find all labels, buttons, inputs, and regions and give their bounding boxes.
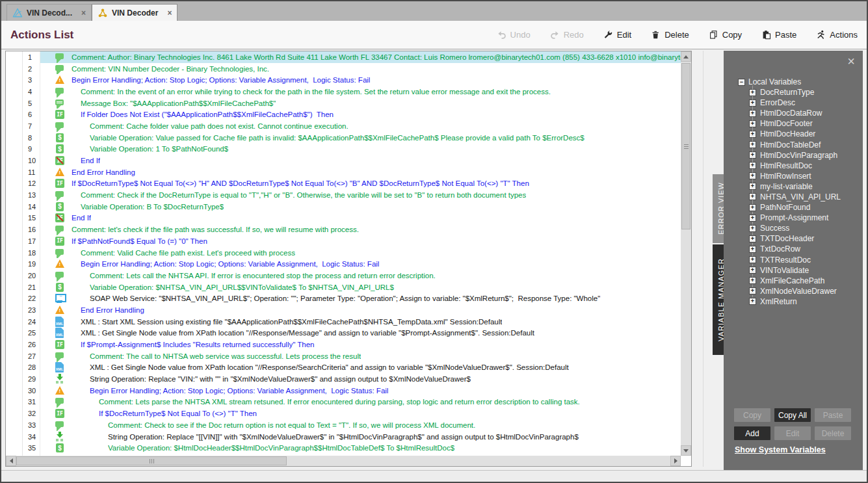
action-row[interactable]: 12If $DocReturnType$ Not Equal To(<>) "H…	[6, 178, 681, 190]
tab-close-icon[interactable]: ×	[81, 10, 86, 16]
action-row-body[interactable]: End Error Handling	[40, 166, 681, 178]
action-row[interactable]: 33Comment: Check to see if the Doc retur…	[6, 419, 681, 431]
action-row-body[interactable]: If $DocReturnType$ Not Equal To(<>) "H" …	[40, 178, 681, 190]
expand-icon[interactable]: +	[749, 99, 756, 107]
action-row-body[interactable]: If $PathNotFound$ Equal To (=) "0" Then	[40, 235, 681, 247]
action-row-body[interactable]: Variable Operation: $HtmlDocHeader$$Html…	[40, 442, 681, 454]
action-row[interactable]: 2Comment: VIN Number Decoder - Binary Te…	[6, 63, 681, 75]
variable-item-htmldocdatarow[interactable]: +HtmlDocDataRow	[724, 108, 860, 118]
expand-icon[interactable]: +	[749, 287, 756, 294]
variable-item-vintovalidate[interactable]: +VINToValidate	[724, 265, 860, 276]
copy-button[interactable]: Copy	[709, 30, 742, 40]
action-row-body[interactable]: Variable Operation: B To $DocReturnType$	[40, 201, 681, 213]
tab-close-icon[interactable]: ×	[167, 10, 172, 16]
expand-icon[interactable]: +	[749, 267, 756, 274]
action-row-body[interactable]: Begin Error Handling; Action: Stop Logic…	[40, 258, 681, 270]
action-row[interactable]: 17If $PathNotFound$ Equal To (=) "0" The…	[6, 235, 681, 247]
variable-item-htmlresultdoc[interactable]: +HtmlResultDoc	[724, 161, 860, 171]
scroll-up-button[interactable]	[681, 51, 691, 62]
expand-icon[interactable]: +	[749, 298, 756, 305]
action-row[interactable]: 7Comment: Cache folder value path does n…	[6, 120, 681, 132]
action-row[interactable]: 3Begin Error Handling; Action: Stop Logi…	[6, 74, 681, 86]
expand-icon[interactable]: +	[749, 193, 756, 200]
variable-item-htmldocvinparagraph[interactable]: +HtmlDocVinParagraph	[724, 150, 860, 161]
action-row[interactable]: 8Variable Operation: Value passed for Ca…	[6, 132, 681, 144]
action-row-body[interactable]: Comment: The call to NHTSA web service w…	[40, 350, 681, 362]
expand-icon[interactable]: +	[749, 277, 756, 284]
action-row[interactable]: 26If $Prompt-Assignment$ Includes "Resul…	[6, 339, 681, 350]
action-row[interactable]: 13Comment: Check if the DocReturnType is…	[6, 189, 681, 201]
paste-button[interactable]: Paste	[761, 30, 796, 40]
expand-icon[interactable]: +	[749, 162, 756, 169]
variable-item-pathnotfound[interactable]: +PathNotFound	[724, 202, 860, 213]
action-row[interactable]: 4Comment: In the event of an error while…	[6, 86, 681, 98]
delete-button[interactable]: Delete	[651, 30, 689, 40]
copy-all-variable-button[interactable]: Copy All	[774, 408, 811, 422]
action-row[interactable]: 28XML : Get Single Node value from XPath…	[6, 362, 681, 374]
variable-item-errordesc[interactable]: +ErrorDesc	[724, 98, 860, 108]
tree-root[interactable]: − Local Variables	[724, 77, 860, 87]
action-row-body[interactable]: Comment: Check if the DocReturnType is e…	[40, 189, 681, 201]
expand-icon[interactable]: +	[749, 204, 756, 211]
add-variable-button[interactable]: Add	[734, 426, 770, 440]
action-row-body[interactable]: String Operation: Replace "VIN:" with ""…	[40, 373, 681, 385]
variable-item-txtresultdoc[interactable]: +TXTResultDoc	[724, 255, 860, 265]
tab-vin-decoder[interactable]: VIN Decoder×	[92, 4, 178, 21]
tab-vin-decod-[interactable]: VIN Decod...×	[7, 4, 92, 21]
action-row-body[interactable]: Begin Error Handling; Action: Stop Logic…	[40, 74, 681, 86]
action-row-body[interactable]: End If	[40, 213, 681, 224]
action-row-body[interactable]: Variable Operation: Value passed for Cac…	[40, 132, 681, 144]
action-row[interactable]: 11End Error Handling	[6, 166, 681, 178]
variable-item-nhtsa_vin_api_url[interactable]: +NHTSA_VIN_API_URL	[724, 192, 860, 202]
variable-item-xmlreturn[interactable]: +XmlReturn	[724, 296, 860, 307]
variable-item-xmlnodevaluedrawer[interactable]: +XmlNodeValueDrawer	[724, 286, 860, 296]
action-row[interactable]: 24XML : Start XML Session using existing…	[6, 316, 681, 328]
scroll-left-button[interactable]	[6, 456, 16, 466]
action-row-body[interactable]: XML : Start XML Session using existing f…	[40, 316, 681, 328]
action-row-body[interactable]: If $DocReturnType$ Not Equal To (<>) "T"…	[40, 408, 681, 419]
variable-item-htmldoctabledef[interactable]: +HtmlDocTableDef	[724, 139, 860, 150]
action-row[interactable]: 25XML : Get Single Node value from XPath…	[6, 328, 681, 339]
variable-item-htmldocfooter[interactable]: +HtmlDocFooter	[724, 118, 860, 129]
action-row[interactable]: 1Comment: Author: Binary Technologies In…	[6, 51, 681, 63]
action-row[interactable]: 35Variable Operation: $HtmlDocHeader$$Ht…	[6, 442, 681, 454]
expand-icon[interactable]: +	[749, 141, 756, 148]
action-row-body[interactable]: Variable Operation: $NHTSA_VIN_API_URL$$…	[40, 281, 681, 293]
action-row-body[interactable]: Comment: Valid Cache file path exist. Le…	[40, 247, 681, 259]
expand-icon[interactable]: +	[749, 151, 756, 159]
action-row-body[interactable]: Variable Operation: 1 To $PathNotFound$	[40, 144, 681, 155]
action-row-body[interactable]: Comment: Check to see if the Doc return …	[40, 419, 681, 431]
action-row-body[interactable]: SOAP Web Service: "$NHTSA_VIN_API_URL$";…	[40, 293, 681, 304]
action-row-body[interactable]: Comment: Lets parse the NHTSA XML stream…	[40, 397, 681, 408]
expand-icon[interactable]: +	[749, 120, 756, 127]
close-icon[interactable]: ×	[847, 55, 855, 68]
expand-icon[interactable]: +	[749, 89, 756, 96]
action-row[interactable]: 19Begin Error Handling; Action: Stop Log…	[6, 258, 681, 270]
action-row[interactable]: 27Comment: The call to NHTSA web service…	[6, 350, 681, 362]
vertical-scrollbar[interactable]	[681, 51, 691, 456]
variable-item-docreturntype[interactable]: +DocReturnType	[724, 87, 860, 98]
scroll-right-button[interactable]	[670, 456, 681, 466]
action-row-body[interactable]: Comment: let's check if the file path wa…	[40, 224, 681, 235]
variable-item-success[interactable]: +Success	[724, 223, 860, 233]
variable-item-prompt-assignment[interactable]: +Prompt-Assignment	[724, 213, 860, 223]
edit-button[interactable]: Edit	[603, 30, 631, 40]
horizontal-scroll-thumb[interactable]	[16, 456, 287, 465]
action-row[interactable]: 22SOAP Web Service: "$NHTSA_VIN_API_URL$…	[6, 293, 681, 304]
action-row-body[interactable]: Comment: In the event of an error while …	[40, 86, 681, 98]
action-row[interactable]: 20Comment: Lets call the NHTSA API. If e…	[6, 270, 681, 281]
action-row[interactable]: 23End Error Handling	[6, 304, 681, 316]
action-row-body[interactable]: Comment: VIN Number Decoder - Binary Tec…	[40, 63, 681, 75]
action-row[interactable]: 21Variable Operation: $NHTSA_VIN_API_URL…	[6, 281, 681, 293]
action-row[interactable]: 31Comment: Lets parse the NHTSA XML stre…	[6, 397, 681, 408]
collapse-icon[interactable]: −	[738, 79, 745, 86]
action-row[interactable]: 34String Operation: Replace "[[VIN]]" wi…	[6, 431, 681, 443]
action-row-body[interactable]: Comment: Cache folder value path does no…	[40, 120, 681, 132]
action-row[interactable]: 15End If	[6, 213, 681, 224]
action-row[interactable]: 18Comment: Valid Cache file path exist. …	[6, 247, 681, 259]
action-row[interactable]: 32If $DocReturnType$ Not Equal To (<>) "…	[6, 408, 681, 419]
variable-item-txtdocrow[interactable]: +TxtDocRow	[724, 244, 860, 254]
variable-item-my-list-variable[interactable]: +my-list-variable	[724, 181, 860, 192]
action-row-body[interactable]: Message Box: "$AAApplicationPath$$XmlFil…	[40, 98, 681, 109]
action-row[interactable]: 29String Operation: Replace "VIN:" with …	[6, 373, 681, 385]
